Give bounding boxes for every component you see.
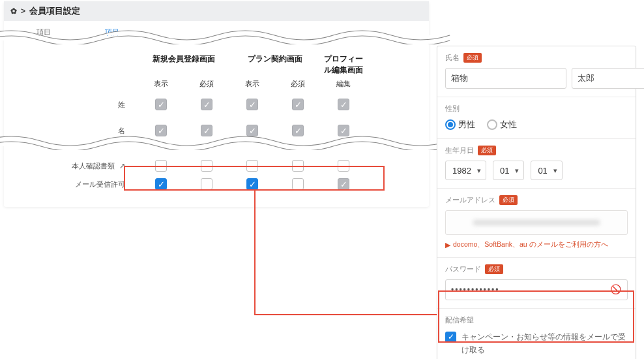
radio-male[interactable] [445, 119, 456, 130]
carrier-mail-note[interactable]: ▶ docomo、SoftBank、au のメールをご利用の方へ [445, 240, 628, 249]
required-badge: 必須 [463, 53, 482, 63]
checkbox-lastname-3: ✓ [246, 99, 258, 110]
checkbox-mail-4[interactable] [292, 178, 304, 190]
tab-hint-1[interactable]: 項目 [37, 27, 51, 37]
sub-display-1: 表示 [154, 76, 168, 91]
password-input[interactable] [445, 279, 628, 300]
checkbox-firstname-4: ✓ [292, 125, 304, 136]
checkbox-lastname-4: ✓ [292, 99, 304, 110]
dob-label: 生年月日 [445, 146, 474, 155]
section-subscribe: 配信希望 ✓ キャンペーン・お知らせ等の情報をメールで受け取る [437, 308, 636, 359]
subscribe-checkbox[interactable]: ✓ [445, 332, 456, 343]
year-select[interactable]: 1982 [445, 161, 486, 180]
sub-required-1: 必須 [199, 76, 214, 91]
checkbox-mail-5: ✓ [338, 178, 349, 190]
name-label: 氏名 [445, 53, 460, 63]
table-row: メール受信許可 ✓ ✓ ✓ [27, 171, 405, 197]
radio-female[interactable] [487, 119, 497, 130]
password-label: パスワード [445, 264, 481, 274]
radio-male-label: 男性 [458, 119, 475, 131]
section-gender: 性別 男性 女性 [437, 97, 636, 138]
row-label-identity[interactable]: 本人確認書類 ↗ [72, 161, 138, 171]
highlight-connector-h [254, 314, 438, 315]
checkbox-identity-2[interactable] [201, 160, 212, 172]
checkbox-identity-4[interactable] [292, 160, 304, 172]
external-link-icon: ↗ [119, 162, 125, 170]
firstname-input[interactable] [572, 68, 644, 89]
triangle-right-icon: ▶ [445, 241, 450, 249]
row-label-firstname: 名 [118, 126, 138, 136]
checkbox-mail-1[interactable]: ✓ [155, 178, 167, 190]
settings-panel: ✿ > 会員項目設定 項目 項目 新規会員登録画面 プラン契約画面 プロフィール… [4, 1, 429, 207]
eye-slash-icon[interactable]: 🚫 [610, 284, 621, 294]
settings-table: 新規会員登録画面 プラン契約画面 プロフィール編集画面 表示 必須 表示 必須 … [4, 54, 429, 144]
checkbox-lastname-1: ✓ [155, 99, 167, 110]
checkbox-lastname-5: ✓ [338, 99, 349, 110]
required-badge: 必須 [499, 195, 518, 205]
wave-cut-top [0, 26, 450, 44]
email-input[interactable] [445, 210, 628, 235]
section-name: 氏名 必須 [437, 46, 636, 97]
checkbox-identity-1[interactable] [155, 160, 167, 172]
checkbox-identity-3[interactable] [246, 160, 258, 172]
lastname-input[interactable] [445, 68, 566, 89]
carrier-note-text: docomo、SoftBank、au のメールをご利用の方へ [453, 240, 608, 249]
checkbox-identity-5[interactable] [338, 160, 349, 172]
section-email: メールアドレス 必須 ▶ docomo、SoftBank、au のメールをご利用… [437, 188, 636, 257]
checkbox-lastname-2: ✓ [201, 99, 212, 110]
page-title: 会員項目設定 [29, 5, 80, 17]
table-row: 名 ✓ ✓ ✓ ✓ ✓ [27, 117, 405, 144]
subscribe-text: キャンペーン・お知らせ等の情報をメールで受け取る [461, 330, 628, 357]
section-password: パスワード 必須 🚫 [437, 257, 636, 308]
row-label-lastname: 姓 [118, 100, 138, 110]
checkbox-firstname-5: ✓ [338, 125, 349, 136]
col-group-plan: プラン契約画面 [229, 54, 321, 76]
required-badge: 必須 [478, 146, 496, 155]
subscribe-label: 配信希望 [445, 315, 474, 325]
highlight-connector-v [254, 191, 256, 315]
email-label: メールアドレス [445, 195, 495, 205]
gender-label: 性別 [445, 104, 460, 114]
required-badge: 必須 [485, 264, 503, 274]
tab-hint-2[interactable]: 項目 [105, 27, 119, 37]
col-group-profile: プロフィール編集画面 [321, 54, 366, 76]
sub-edit: 編集 [336, 76, 351, 91]
section-dob: 生年月日 必須 1982 01 01 [437, 138, 636, 188]
panel-header: ✿ > 会員項目設定 [4, 1, 429, 21]
form-preview-panel: 氏名 必須 性別 男性 女性 生年月日 必須 1982 01 [437, 46, 636, 359]
day-select[interactable]: 01 [531, 161, 562, 180]
checkbox-mail-2[interactable] [201, 178, 212, 190]
sub-display-2: 表示 [245, 76, 259, 91]
gear-icon: ✿ [10, 7, 17, 16]
identity-link-text: 本人確認書類 [72, 162, 115, 170]
checkbox-mail-3[interactable]: ✓ [246, 178, 258, 190]
col-group-signup: 新規会員登録画面 [138, 54, 229, 76]
sub-required-2: 必須 [291, 76, 305, 91]
month-select[interactable]: 01 [493, 161, 524, 180]
email-value-blurred [473, 220, 600, 225]
radio-female-label: 女性 [500, 119, 517, 131]
checkbox-firstname-2: ✓ [201, 125, 212, 136]
checkbox-firstname-1: ✓ [155, 125, 167, 136]
row-label-mail: メール受信許可 [75, 180, 138, 189]
chevron-right-icon: > [21, 7, 25, 16]
checkbox-firstname-3: ✓ [246, 125, 258, 136]
table-row: 姓 ✓ ✓ ✓ ✓ ✓ [27, 91, 405, 117]
